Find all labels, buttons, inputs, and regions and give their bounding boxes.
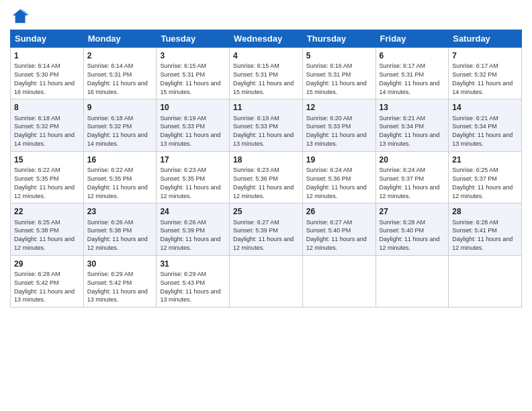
calendar-day-cell: 26Sunrise: 6:27 AMSunset: 5:40 PMDayligh…: [302, 203, 375, 255]
day-number: 26: [306, 206, 372, 217]
day-number: 22: [14, 206, 80, 217]
day-info: Sunrise: 6:19 AMSunset: 5:33 PMDaylight:…: [160, 115, 220, 147]
day-number: 19: [306, 154, 372, 165]
day-info: Sunrise: 6:20 AMSunset: 5:33 PMDaylight:…: [306, 115, 367, 147]
logo: [10, 7, 30, 26]
day-number: 18: [233, 154, 299, 165]
calendar-day-header: Friday: [375, 30, 449, 48]
calendar-week-row: 8Sunrise: 6:18 AMSunset: 5:32 PMDaylight…: [11, 99, 522, 151]
calendar-day-cell: 30Sunrise: 6:29 AMSunset: 5:42 PMDayligh…: [83, 255, 157, 307]
day-number: 21: [452, 154, 518, 165]
calendar-day-cell: 8Sunrise: 6:18 AMSunset: 5:32 PMDaylight…: [11, 99, 84, 151]
day-info: Sunrise: 6:26 AMSunset: 5:38 PMDaylight:…: [87, 219, 148, 251]
calendar-day-cell: 18Sunrise: 6:23 AMSunset: 5:36 PMDayligh…: [230, 151, 303, 203]
day-info: Sunrise: 6:19 AMSunset: 5:33 PMDaylight:…: [233, 115, 294, 147]
calendar-day-header: Saturday: [449, 30, 522, 48]
calendar-day-cell: 23Sunrise: 6:26 AMSunset: 5:38 PMDayligh…: [83, 203, 157, 255]
day-number: 13: [380, 102, 445, 113]
day-number: 3: [160, 50, 226, 61]
day-info: Sunrise: 6:25 AMSunset: 5:37 PMDaylight:…: [452, 167, 513, 199]
calendar-day-header: Tuesday: [157, 30, 230, 48]
day-info: Sunrise: 6:18 AMSunset: 5:32 PMDaylight:…: [87, 115, 148, 147]
day-number: 24: [160, 206, 226, 217]
calendar-day-cell: 25Sunrise: 6:27 AMSunset: 5:39 PMDayligh…: [230, 203, 303, 255]
day-number: 12: [306, 102, 372, 113]
calendar-week-row: 29Sunrise: 6:28 AMSunset: 5:42 PMDayligh…: [11, 255, 522, 307]
day-info: Sunrise: 6:17 AMSunset: 5:31 PMDaylight:…: [380, 62, 440, 95]
calendar-day-cell: 21Sunrise: 6:25 AMSunset: 5:37 PMDayligh…: [449, 151, 522, 203]
calendar-day-cell: 29Sunrise: 6:28 AMSunset: 5:42 PMDayligh…: [11, 255, 84, 307]
calendar-day-cell: [302, 255, 375, 307]
day-number: 9: [87, 102, 153, 113]
day-info: Sunrise: 6:16 AMSunset: 5:31 PMDaylight:…: [306, 62, 367, 95]
calendar-day-cell: 4Sunrise: 6:15 AMSunset: 5:31 PMDaylight…: [230, 48, 303, 99]
day-info: Sunrise: 6:22 AMSunset: 5:35 PMDaylight:…: [14, 167, 75, 199]
day-number: 5: [306, 50, 372, 61]
day-info: Sunrise: 6:14 AMSunset: 5:31 PMDaylight:…: [87, 62, 148, 95]
day-number: 31: [160, 259, 226, 269]
day-info: Sunrise: 6:26 AMSunset: 5:39 PMDaylight:…: [160, 219, 220, 251]
calendar-day-cell: 3Sunrise: 6:15 AMSunset: 5:31 PMDaylight…: [157, 48, 230, 99]
day-info: Sunrise: 6:21 AMSunset: 5:34 PMDaylight:…: [452, 115, 513, 147]
calendar-week-row: 1Sunrise: 6:14 AMSunset: 5:30 PMDaylight…: [11, 48, 522, 99]
calendar-day-cell: 11Sunrise: 6:19 AMSunset: 5:33 PMDayligh…: [230, 99, 303, 151]
calendar-header-row: SundayMondayTuesdayWednesdayThursdayFrid…: [11, 30, 522, 48]
svg-marker-0: [13, 9, 28, 24]
calendar-day-header: Monday: [83, 30, 157, 48]
day-number: 30: [87, 259, 153, 269]
calendar-day-cell: 12Sunrise: 6:20 AMSunset: 5:33 PMDayligh…: [302, 99, 375, 151]
calendar-day-cell: 6Sunrise: 6:17 AMSunset: 5:31 PMDaylight…: [375, 48, 449, 99]
day-info: Sunrise: 6:28 AMSunset: 5:41 PMDaylight:…: [452, 219, 513, 251]
calendar-day-cell: [375, 255, 449, 307]
calendar-day-cell: 10Sunrise: 6:19 AMSunset: 5:33 PMDayligh…: [157, 99, 230, 151]
calendar-table: SundayMondayTuesdayWednesdayThursdayFrid…: [10, 30, 522, 308]
calendar-day-cell: 20Sunrise: 6:24 AMSunset: 5:37 PMDayligh…: [375, 151, 449, 203]
day-info: Sunrise: 6:21 AMSunset: 5:34 PMDaylight:…: [380, 115, 440, 147]
day-number: 20: [380, 154, 445, 165]
calendar-day-cell: 17Sunrise: 6:23 AMSunset: 5:35 PMDayligh…: [157, 151, 230, 203]
day-number: 27: [380, 206, 445, 217]
calendar-day-cell: [449, 255, 522, 307]
day-info: Sunrise: 6:17 AMSunset: 5:32 PMDaylight:…: [452, 62, 513, 95]
day-number: 28: [452, 206, 518, 217]
day-number: 14: [452, 102, 518, 113]
calendar-day-cell: 7Sunrise: 6:17 AMSunset: 5:32 PMDaylight…: [449, 48, 522, 99]
day-info: Sunrise: 6:15 AMSunset: 5:31 PMDaylight:…: [233, 62, 294, 95]
calendar-week-row: 22Sunrise: 6:25 AMSunset: 5:38 PMDayligh…: [11, 203, 522, 255]
day-number: 2: [87, 50, 153, 61]
day-number: 8: [14, 102, 80, 113]
calendar-week-row: 15Sunrise: 6:22 AMSunset: 5:35 PMDayligh…: [11, 151, 522, 203]
day-info: Sunrise: 6:24 AMSunset: 5:36 PMDaylight:…: [306, 167, 367, 199]
day-number: 10: [160, 102, 226, 113]
calendar-day-cell: 5Sunrise: 6:16 AMSunset: 5:31 PMDaylight…: [302, 48, 375, 99]
calendar-day-cell: 22Sunrise: 6:25 AMSunset: 5:38 PMDayligh…: [11, 203, 84, 255]
day-number: 23: [87, 206, 153, 217]
day-info: Sunrise: 6:27 AMSunset: 5:40 PMDaylight:…: [306, 219, 367, 251]
day-info: Sunrise: 6:28 AMSunset: 5:40 PMDaylight:…: [380, 219, 440, 251]
day-number: 4: [233, 50, 299, 61]
day-number: 11: [233, 102, 299, 113]
calendar-day-cell: 31Sunrise: 6:29 AMSunset: 5:43 PMDayligh…: [157, 255, 230, 307]
day-number: 29: [14, 259, 80, 269]
day-info: Sunrise: 6:15 AMSunset: 5:31 PMDaylight:…: [160, 62, 220, 95]
calendar-day-cell: 15Sunrise: 6:22 AMSunset: 5:35 PMDayligh…: [11, 151, 84, 203]
day-info: Sunrise: 6:23 AMSunset: 5:36 PMDaylight:…: [233, 167, 294, 199]
calendar-day-cell: 1Sunrise: 6:14 AMSunset: 5:30 PMDaylight…: [11, 48, 84, 99]
day-info: Sunrise: 6:22 AMSunset: 5:35 PMDaylight:…: [87, 167, 148, 199]
calendar-day-header: Thursday: [302, 30, 375, 48]
header: [10, 7, 522, 26]
logo-icon: [11, 7, 30, 26]
day-number: 16: [87, 154, 153, 165]
day-info: Sunrise: 6:14 AMSunset: 5:30 PMDaylight:…: [14, 62, 75, 95]
day-info: Sunrise: 6:18 AMSunset: 5:32 PMDaylight:…: [14, 115, 75, 147]
day-info: Sunrise: 6:24 AMSunset: 5:37 PMDaylight:…: [380, 167, 440, 199]
day-info: Sunrise: 6:27 AMSunset: 5:39 PMDaylight:…: [233, 219, 294, 251]
day-info: Sunrise: 6:28 AMSunset: 5:42 PMDaylight:…: [14, 271, 75, 303]
calendar-day-cell: 2Sunrise: 6:14 AMSunset: 5:31 PMDaylight…: [83, 48, 157, 99]
day-number: 7: [452, 50, 518, 61]
calendar-day-cell: 16Sunrise: 6:22 AMSunset: 5:35 PMDayligh…: [83, 151, 157, 203]
day-number: 6: [380, 50, 445, 61]
calendar-day-cell: 28Sunrise: 6:28 AMSunset: 5:41 PMDayligh…: [449, 203, 522, 255]
day-info: Sunrise: 6:29 AMSunset: 5:43 PMDaylight:…: [160, 271, 220, 303]
calendar-day-cell: 27Sunrise: 6:28 AMSunset: 5:40 PMDayligh…: [375, 203, 449, 255]
